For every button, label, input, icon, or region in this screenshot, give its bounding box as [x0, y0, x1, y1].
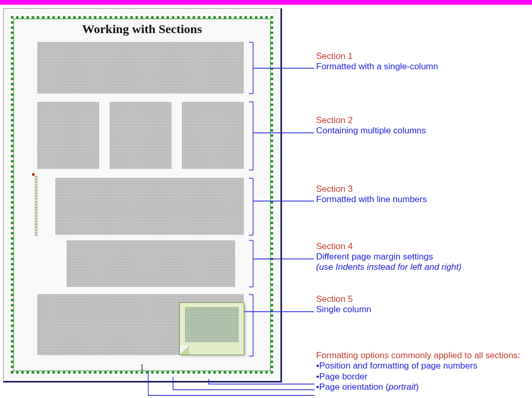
- callout-text: Formatted with a single-column: [316, 62, 438, 72]
- footer-callout: Formatting options commonly applied to a…: [316, 350, 528, 393]
- callout-section-4: Section 4 Different page margin settings…: [316, 241, 462, 272]
- callout-section-5: Section 5 Single column: [316, 294, 371, 315]
- section-4-block: [67, 240, 235, 287]
- callout-text: Containing multiple columns: [316, 126, 426, 136]
- callout-heading: Section 2: [316, 115, 426, 126]
- callout-heading: Section 3: [316, 184, 427, 194]
- sticky-note: [179, 302, 244, 355]
- diagram-stage: Working with Sections 1 Section 1 Format…: [0, 5, 532, 398]
- callout-heading: Section 1: [316, 51, 438, 62]
- footer-bullet-3: •Page orientation (portrait): [316, 382, 528, 392]
- footer-bullet-2: •Page border: [316, 372, 528, 382]
- callout-text: Single column: [316, 304, 371, 315]
- sticky-note-text: [185, 307, 239, 342]
- magenta-top-bar: [0, 0, 532, 5]
- callout-section-2: Section 2 Containing multiple columns: [316, 115, 426, 136]
- footer-bullet-3-tail: ): [416, 382, 419, 392]
- footer-bullet-3-lead: •Page orientation (: [316, 382, 388, 392]
- callout-heading: Section 5: [316, 294, 371, 304]
- section-3-block: [55, 178, 244, 235]
- section-2-col: [37, 102, 99, 169]
- callout-section-1: Section 1 Formatted with a single-column: [316, 51, 438, 72]
- sticky-note-fold-icon: [180, 345, 189, 355]
- page-title: Working with Sections: [4, 22, 280, 36]
- footer-bullet-1: •Position and formatting of page numbers: [316, 361, 528, 371]
- section-2-col: [109, 102, 171, 169]
- callout-text: Different page margin settings: [316, 252, 462, 262]
- footer-heading: Formatting options commonly applied to a…: [316, 350, 528, 361]
- line-numbers-gutter: [35, 176, 38, 236]
- callout-note: (use Indents instead for left and right): [316, 262, 462, 272]
- section-2-col: [182, 102, 244, 169]
- page-mock: Working with Sections 1: [3, 8, 282, 382]
- page-number: 1: [4, 363, 280, 372]
- callout-heading: Section 4: [316, 241, 462, 252]
- footer-bullet-3-em: portrait: [388, 382, 416, 392]
- callout-text: Formatted with line numbers: [316, 194, 427, 205]
- section-2-block: [37, 102, 244, 169]
- section-1-block: [37, 42, 244, 94]
- callout-section-3: Section 3 Formatted with line numbers: [316, 184, 427, 205]
- line-marker-icon: [32, 173, 35, 176]
